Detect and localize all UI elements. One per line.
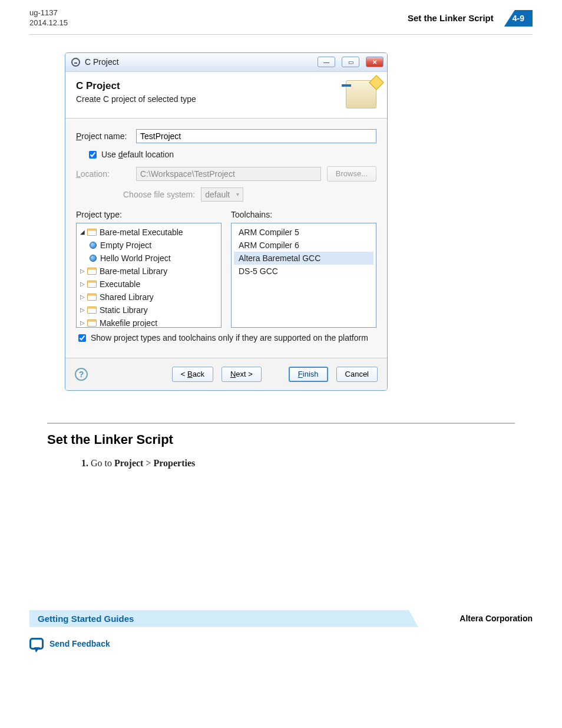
folder-icon	[87, 294, 97, 301]
step-menu-2: Properties	[153, 458, 195, 468]
tree-node-static-library[interactable]: ▷ Static Library	[79, 304, 219, 317]
section-divider	[47, 423, 515, 424]
toolchain-altera-gcc[interactable]: Altera Baremetal GCC	[234, 252, 373, 265]
corporation-label: Altera Corporation	[459, 614, 533, 623]
expand-icon[interactable]: ▷	[79, 281, 85, 287]
step-menu-1: Project	[114, 458, 143, 468]
tree-label: Hello World Project	[100, 253, 171, 263]
tree-label: Executable	[100, 279, 140, 289]
expand-icon[interactable]: ◢	[79, 229, 85, 235]
toolchains-label: Toolchains:	[231, 210, 376, 219]
project-type-label: Project type:	[76, 210, 222, 219]
tree-label: Static Library	[100, 305, 148, 315]
toolchains-list[interactable]: ARM Compiler 5 ARM Compiler 6 Altera Bar…	[231, 223, 376, 328]
project-name-row: Project name:	[76, 129, 376, 143]
page-number-badge: 4-9	[504, 10, 533, 27]
footer-row-2: Send Feedback	[29, 638, 533, 650]
folder-icon	[87, 281, 97, 288]
minimize-button[interactable]: —	[318, 57, 335, 67]
folder-icon	[87, 229, 97, 236]
header-divider	[29, 34, 533, 35]
type-toolchain-columns: Project type: ◢ Bare-metal Executable Em…	[76, 210, 376, 328]
tree-node-executable[interactable]: ▷ Executable	[79, 278, 219, 291]
close-button[interactable]: ✕	[366, 57, 384, 67]
location-label: Location:	[76, 169, 136, 179]
toolchain-ds5-gcc[interactable]: DS-5 GCC	[234, 265, 373, 278]
page-header: ug-1137 2014.12.15 Set the Linker Script…	[0, 0, 562, 34]
project-type-tree[interactable]: ◢ Bare-metal Executable Empty Project He…	[76, 223, 222, 328]
expand-icon[interactable]: ▷	[79, 294, 85, 300]
tree-label: Empty Project	[100, 241, 151, 250]
finish-button[interactable]: Finish	[289, 367, 328, 382]
browse-button: Browse...	[327, 166, 376, 182]
project-type-column: Project type: ◢ Bare-metal Executable Em…	[76, 210, 222, 328]
doc-meta: ug-1137 2014.12.15	[29, 8, 68, 28]
folder-icon	[87, 319, 97, 327]
section-heading: Set the Linker Script	[47, 432, 515, 447]
step-sep: >	[143, 458, 153, 468]
step-number: 1.	[81, 458, 88, 468]
supported-row: Show project types and toolchains only i…	[76, 332, 376, 344]
toolchain-arm5[interactable]: ARM Compiler 5	[234, 226, 373, 239]
page-footer: Getting Started Guides Altera Corporatio…	[0, 610, 562, 667]
use-default-row: Use default location	[87, 149, 376, 160]
folder-icon	[87, 268, 97, 275]
doc-id: ug-1137	[29, 8, 68, 18]
send-feedback-link[interactable]: Send Feedback	[49, 639, 110, 648]
tree-node-baremetal-lib[interactable]: ▷ Bare-metal Library	[79, 265, 219, 278]
supported-only-checkbox[interactable]	[78, 334, 86, 342]
supported-only-label: Show project types and toolchains only i…	[91, 333, 368, 342]
expand-icon[interactable]: ▷	[79, 268, 85, 274]
use-default-location-label: Use default location	[101, 150, 174, 159]
tree-node-makefile-project[interactable]: ▷ Makefile project	[79, 317, 219, 328]
filesystem-row: Choose file system: default	[123, 187, 376, 202]
doc-body: Set the Linker Script 1. Go to Project >…	[0, 391, 562, 469]
doc-date: 2014.12.15	[29, 18, 68, 28]
dialog-header: C Project Create C project of selected t…	[65, 72, 387, 118]
feedback-icon	[29, 638, 44, 650]
header-right: Set the Linker Script 4-9	[408, 10, 533, 27]
window-title: C Project	[85, 57, 311, 67]
dialog-header-subtitle: Create C project of selected type	[76, 94, 196, 104]
c-project-dialog: C Project — ▭ ✕ C Project Create C proje…	[65, 52, 388, 391]
dialog-body: Project name: Use default location Locat…	[65, 118, 387, 358]
titlebar[interactable]: C Project — ▭ ✕	[65, 53, 387, 72]
app-icon	[71, 58, 80, 67]
project-icon	[90, 255, 97, 262]
maximize-button[interactable]: ▭	[342, 57, 359, 67]
expand-icon[interactable]: ▷	[79, 307, 85, 313]
header-title: Set the Linker Script	[408, 13, 494, 23]
guides-link[interactable]: Getting Started Guides	[29, 610, 418, 627]
step-text-pre: Go to	[91, 458, 114, 468]
filesystem-label: Choose file system:	[123, 190, 195, 199]
footer-row-1: Getting Started Guides Altera Corporatio…	[29, 610, 533, 627]
cancel-button[interactable]: Cancel	[336, 367, 378, 382]
dialog-header-title: C Project	[76, 80, 196, 92]
toolchains-column: Toolchains: ARM Compiler 5 ARM Compiler …	[231, 210, 376, 328]
project-name-label: Project name:	[76, 131, 136, 141]
location-input	[136, 167, 321, 181]
wizard-banner-icon	[346, 80, 376, 108]
toolchain-arm6[interactable]: ARM Compiler 6	[234, 239, 373, 252]
tree-node-empty-project[interactable]: Empty Project	[79, 239, 219, 252]
use-default-location-checkbox[interactable]	[89, 151, 97, 159]
help-icon[interactable]: ?	[75, 368, 88, 381]
next-button[interactable]: Next >	[222, 367, 262, 382]
tree-node-baremetal-exe[interactable]: ◢ Bare-metal Executable	[79, 226, 219, 239]
folder-icon	[87, 307, 97, 314]
tree-label: Makefile project	[100, 318, 157, 328]
filesystem-select: default	[201, 187, 243, 202]
expand-icon[interactable]: ▷	[79, 319, 85, 326]
location-row: Location: Browse...	[76, 166, 376, 182]
tree-node-shared-library[interactable]: ▷ Shared Library	[79, 291, 219, 304]
tree-node-hello-world[interactable]: Hello World Project	[79, 252, 219, 265]
tree-label: Shared Library	[100, 292, 154, 302]
project-icon	[90, 242, 97, 249]
tree-label: Bare-metal Library	[100, 266, 167, 276]
tree-label: Bare-metal Executable	[100, 228, 183, 237]
project-name-input[interactable]	[136, 129, 376, 143]
dialog-footer: ? < Back Next > Finish Cancel	[65, 358, 387, 390]
step-1: 1. Go to Project > Properties	[81, 458, 515, 469]
back-button[interactable]: < Back	[172, 367, 213, 382]
